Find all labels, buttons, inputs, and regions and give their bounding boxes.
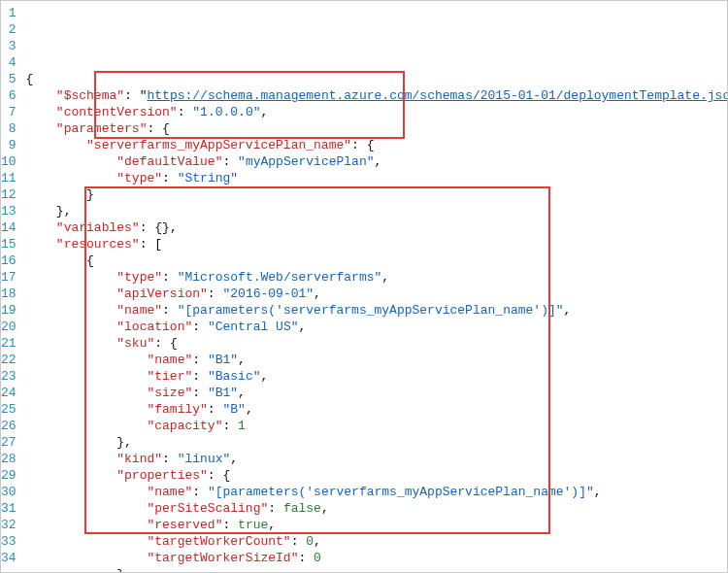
code-line[interactable]: "perSiteScaling": false, <box>26 500 728 517</box>
line-number: 26 <box>1 418 17 434</box>
code-line[interactable]: "defaultValue": "myAppServicePlan", <box>26 153 728 170</box>
line-number: 8 <box>1 120 17 137</box>
line-number: 34 <box>1 550 17 566</box>
line-number: 25 <box>1 401 17 418</box>
code-line[interactable]: "tier": "Basic", <box>26 368 728 385</box>
code-line[interactable]: "kind": "linux", <box>26 451 728 467</box>
code-line[interactable]: } <box>26 186 728 203</box>
code-line[interactable]: "targetWorkerSizeId": 0 <box>26 550 728 566</box>
line-number: 15 <box>1 236 17 253</box>
line-number: 3 <box>1 38 17 54</box>
code-line[interactable]: "serverfarms_myAppServicePlan_name": { <box>26 137 728 153</box>
code-line[interactable]: "variables": {}, <box>26 219 728 236</box>
code-line[interactable]: "capacity": 1 <box>26 418 728 434</box>
code-line[interactable]: "$schema": "https://schema.management.az… <box>26 87 728 104</box>
line-number: 24 <box>1 385 17 401</box>
line-number: 4 <box>1 54 17 71</box>
line-number: 18 <box>1 286 17 302</box>
code-line[interactable]: }, <box>26 434 728 451</box>
line-number: 14 <box>1 219 17 236</box>
code-area[interactable]: { "$schema": "https://schema.management.… <box>26 1 728 572</box>
code-line[interactable]: "name": "B1", <box>26 352 728 368</box>
code-editor[interactable]: 1234567891011121314151617181920212223242… <box>1 1 727 572</box>
line-number: 9 <box>1 137 17 153</box>
code-line[interactable]: "name": "[parameters('serverfarms_myAppS… <box>26 302 728 319</box>
code-line[interactable]: "family": "B", <box>26 401 728 418</box>
line-number: 27 <box>1 434 17 451</box>
code-line[interactable]: { <box>26 253 728 269</box>
code-line[interactable]: "contentVersion": "1.0.0.0", <box>26 104 728 120</box>
code-line[interactable]: "apiVersion": "2016-09-01", <box>26 286 728 302</box>
line-number: 23 <box>1 368 17 385</box>
code-line[interactable]: "parameters": { <box>26 120 728 137</box>
line-number: 7 <box>1 104 17 120</box>
line-number: 33 <box>1 533 17 550</box>
code-line[interactable]: "type": "String" <box>26 170 728 186</box>
code-line[interactable]: }, <box>26 203 728 219</box>
line-number: 1 <box>1 5 17 21</box>
code-line[interactable]: { <box>26 71 728 87</box>
code-line[interactable]: "properties": { <box>26 467 728 484</box>
code-line[interactable]: "type": "Microsoft.Web/serverfarms", <box>26 269 728 286</box>
code-line[interactable]: "size": "B1", <box>26 385 728 401</box>
code-line[interactable]: "sku": { <box>26 335 728 352</box>
line-number: 22 <box>1 352 17 368</box>
line-number: 6 <box>1 87 17 104</box>
code-line[interactable]: "name": "[parameters('serverfarms_myAppS… <box>26 484 728 500</box>
line-number: 32 <box>1 517 17 533</box>
line-number: 2 <box>1 21 17 38</box>
code-line[interactable]: "targetWorkerCount": 0, <box>26 533 728 550</box>
line-number: 17 <box>1 269 17 286</box>
line-number-gutter: 1234567891011121314151617181920212223242… <box>1 1 26 572</box>
line-number: 16 <box>1 253 17 269</box>
line-number: 31 <box>1 500 17 517</box>
code-line[interactable]: "location": "Central US", <box>26 319 728 335</box>
line-number: 28 <box>1 451 17 467</box>
line-number: 29 <box>1 467 17 484</box>
line-number: 12 <box>1 186 17 203</box>
code-line[interactable]: "reserved": true, <box>26 517 728 533</box>
code-line[interactable]: } <box>26 566 728 573</box>
line-number: 5 <box>1 71 17 87</box>
line-number: 20 <box>1 319 17 335</box>
line-number: 13 <box>1 203 17 219</box>
line-number: 30 <box>1 484 17 500</box>
code-line[interactable]: "resources": [ <box>26 236 728 253</box>
line-number: 21 <box>1 335 17 352</box>
line-number: 11 <box>1 170 17 186</box>
line-number: 19 <box>1 302 17 319</box>
line-number: 10 <box>1 153 17 170</box>
